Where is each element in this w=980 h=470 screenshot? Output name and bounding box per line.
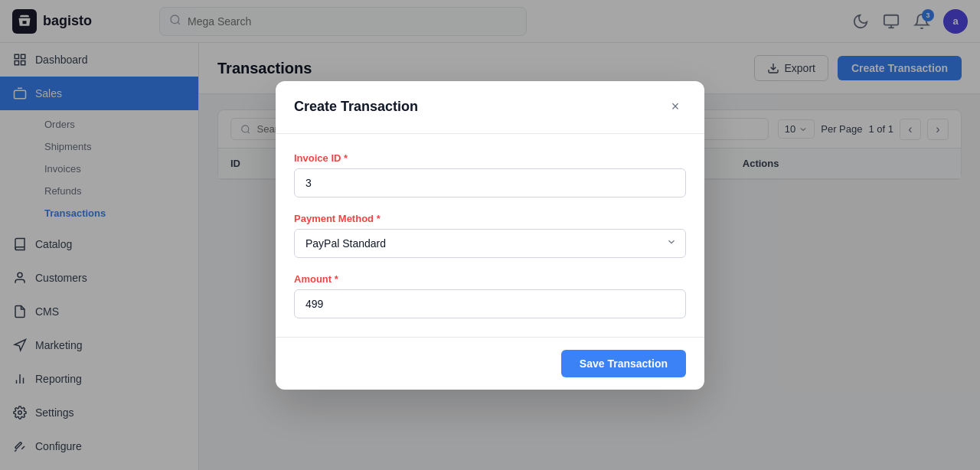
modal-header: Create Transaction × [276, 81, 704, 134]
amount-group: Amount * [294, 273, 686, 318]
invoice-id-input[interactable] [294, 168, 686, 197]
modal-overlay: Create Transaction × Invoice ID * Paymen… [0, 0, 980, 470]
invoice-id-group: Invoice ID * [294, 152, 686, 197]
payment-method-required: * [377, 213, 381, 224]
payment-method-group: Payment Method * PayPal Standard Cash on… [294, 213, 686, 258]
create-transaction-modal: Create Transaction × Invoice ID * Paymen… [276, 81, 704, 390]
modal-title: Create Transaction [294, 99, 665, 115]
invoice-id-required: * [344, 152, 348, 164]
payment-method-select-wrap: PayPal Standard Cash on Delivery Free Ch… [294, 229, 686, 258]
modal-footer: Save Transaction [276, 337, 704, 390]
modal-close-button[interactable]: × [665, 96, 686, 118]
payment-method-select[interactable]: PayPal Standard Cash on Delivery Free Ch… [294, 229, 686, 258]
amount-label: Amount * [294, 273, 686, 285]
invoice-id-label: Invoice ID * [294, 152, 686, 164]
save-transaction-button[interactable]: Save Transaction [561, 350, 686, 377]
payment-method-label: Payment Method * [294, 213, 686, 224]
modal-body: Invoice ID * Payment Method * PayPal Sta… [276, 134, 704, 337]
amount-required: * [335, 273, 338, 285]
amount-input[interactable] [294, 289, 686, 318]
